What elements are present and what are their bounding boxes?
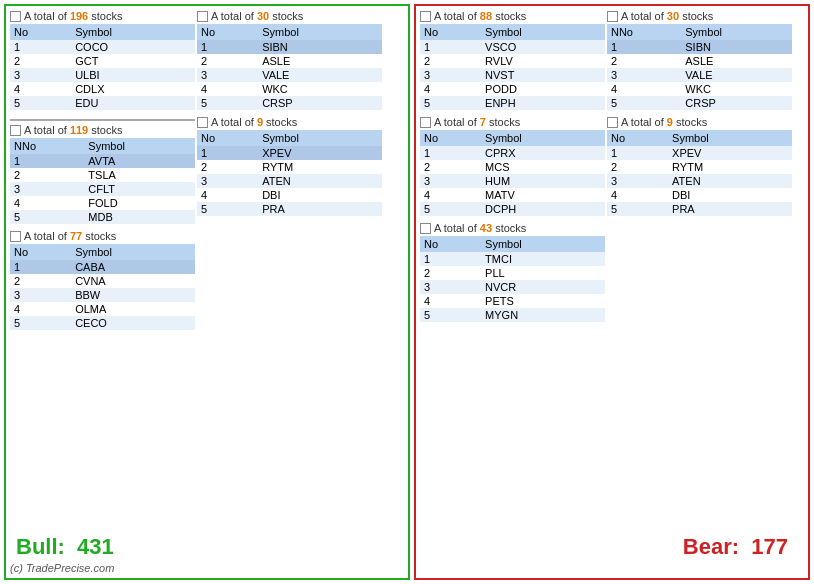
table-row: 3NVST xyxy=(420,68,605,82)
bull-count-1: 196 xyxy=(70,10,88,22)
checkbox-bull-3[interactable] xyxy=(10,125,21,136)
table-row: 1COCO xyxy=(10,40,195,54)
footer: (c) TradePrecise.com xyxy=(10,562,114,574)
table-row: 5DCPH xyxy=(420,202,605,216)
bull-header-4: A total of 9 stocks xyxy=(197,116,382,128)
bull-count-5: 77 xyxy=(70,230,82,242)
bull-tables: A total of 196 stocks No Symbol 1COCO 2G… xyxy=(10,10,404,334)
table-row: 3VALE xyxy=(197,68,382,82)
table-row: 3ATEN xyxy=(607,174,792,188)
checkbox-bear-1[interactable] xyxy=(420,11,431,22)
bull-table-5: A total of 77 stocks No Symbol 1CABA 2CV… xyxy=(10,230,195,330)
bull-header-1: A total of 196 stocks xyxy=(10,10,195,22)
table-row: 2ASLE xyxy=(607,54,792,68)
bear-table-1: A total of 88 stocks No Symbol 1VSCO 2RV… xyxy=(420,10,605,110)
table-row: 4PETS xyxy=(420,294,605,308)
bull-stock-table-1: No Symbol 1COCO 2GCT 3ULBI 4CDLX 5EDU xyxy=(10,24,195,110)
table-row: 5MYGN xyxy=(420,308,605,322)
bear-header-1: A total of 88 stocks xyxy=(420,10,605,22)
col-symbol: Symbol xyxy=(258,130,382,146)
table-row: 3ATEN xyxy=(197,174,382,188)
bull-label: Bull: 431 xyxy=(16,534,114,560)
bull-table-4: A total of 9 stocks No Symbol 1XPEV 2RYT… xyxy=(197,116,382,224)
bear-table-5: A total of 43 stocks No Symbol 1TMCI 2PL… xyxy=(420,222,605,322)
bear-table-4: A total of 9 stocks No Symbol 1XPEV 2RYT… xyxy=(607,116,792,216)
table-row: 5PRA xyxy=(197,202,382,216)
bear-stock-table-2: NNo Symbol 1SIBN 2ASLE 3VALE 4WKC 5CRSP xyxy=(607,24,792,110)
col-no: No xyxy=(197,130,258,146)
bull-header-5: A total of 77 stocks xyxy=(10,230,195,242)
bear-header-4: A total of 9 stocks xyxy=(607,116,792,128)
table-row: 4DBI xyxy=(607,188,792,202)
table-row: 5PRA xyxy=(607,202,792,216)
col-symbol: Symbol xyxy=(84,138,195,154)
bear-count-1: 88 xyxy=(480,10,492,22)
table-row: 4OLMA xyxy=(10,302,195,316)
table-row: 1XPEV xyxy=(607,146,792,160)
bull-stock-table-4: No Symbol 1XPEV 2RYTM 3ATEN 4DBI 5PRA xyxy=(197,130,382,216)
bull-count-2: 30 xyxy=(257,10,269,22)
col-no: No xyxy=(607,130,668,146)
table-row: 4FOLD xyxy=(10,196,195,210)
checkbox-bull-5[interactable] xyxy=(10,231,21,242)
col-no: No xyxy=(10,244,71,260)
col-symbol: Symbol xyxy=(71,24,195,40)
table-row: 2MCS xyxy=(420,160,605,174)
table-row: 1VSCO xyxy=(420,40,605,54)
bull-stock-table-5: No Symbol 1CABA 2CVNA 3BBW 4OLMA 5CECO xyxy=(10,244,195,330)
table-row: 5EDU xyxy=(10,96,195,110)
checkbox-bull-1[interactable] xyxy=(10,11,21,22)
bull-count-4: 9 xyxy=(257,116,263,128)
col-no: No xyxy=(420,236,481,252)
table-row: 3CFLT xyxy=(10,182,195,196)
table-row: 1XPEV xyxy=(197,146,382,160)
bear-tables: A total of 88 stocks No Symbol 1VSCO 2RV… xyxy=(420,10,804,326)
table-row: 2ASLE xyxy=(197,54,382,68)
bear-header-3: A total of 7 stocks xyxy=(420,116,605,128)
bear-table-3: A total of 7 stocks No Symbol 1CPRX 2MCS… xyxy=(420,116,605,216)
bull-header-3: A total of 119 stocks xyxy=(10,124,195,136)
bear-header-2: A total of 30 stocks xyxy=(607,10,792,22)
col-no: NNo xyxy=(607,24,681,40)
table-row: 2PLL xyxy=(420,266,605,280)
table-row: 3BBW xyxy=(10,288,195,302)
table-row: 2GCT xyxy=(10,54,195,68)
col-no: No xyxy=(420,130,481,146)
bear-section: A total of 88 stocks No Symbol 1VSCO 2RV… xyxy=(414,4,810,580)
table-row: 2RYTM xyxy=(197,160,382,174)
table-row: 1CPRX xyxy=(420,146,605,160)
table-row: 2TSLA xyxy=(10,168,195,182)
table-row: 4WKC xyxy=(197,82,382,96)
checkbox-bear-3[interactable] xyxy=(420,117,431,128)
checkbox-bull-2[interactable] xyxy=(197,11,208,22)
table-row: 2RVLV xyxy=(420,54,605,68)
bull-stock-table-2: No Symbol 1SIBN 2ASLE 3VALE 4WKC 5CRSP xyxy=(197,24,382,110)
table-row: 4PODD xyxy=(420,82,605,96)
table-row: 1TMCI xyxy=(420,252,605,266)
col-symbol: Symbol xyxy=(681,24,792,40)
table-row: 1SIBN xyxy=(197,40,382,54)
table-row: 1AVTA xyxy=(10,154,195,168)
bull-table-2: A total of 30 stocks No Symbol 1SIBN 2AS… xyxy=(197,10,382,110)
table-row: 5MDB xyxy=(10,210,195,224)
main-container: A total of 196 stocks No Symbol 1COCO 2G… xyxy=(0,0,814,584)
col-no: NNo xyxy=(10,138,84,154)
col-no: No xyxy=(197,24,258,40)
col-symbol: Symbol xyxy=(258,24,382,40)
checkbox-bear-2[interactable] xyxy=(607,11,618,22)
col-symbol: Symbol xyxy=(481,130,605,146)
col-symbol: Symbol xyxy=(481,236,605,252)
table-row: 1CABA xyxy=(10,260,195,274)
checkbox-bull-4[interactable] xyxy=(197,117,208,128)
table-row: 3HUM xyxy=(420,174,605,188)
table-row: 3NVCR xyxy=(420,280,605,294)
bull-stock-table-3: NNo Symbol 1AVTA 2TSLA 3CFLT 4FOLD 5MDB xyxy=(10,138,195,224)
table-row: 3VALE xyxy=(607,68,792,82)
table-row: 4DBI xyxy=(197,188,382,202)
table-row: 5CRSP xyxy=(197,96,382,110)
checkbox-bear-5[interactable] xyxy=(420,223,431,234)
col-no: No xyxy=(420,24,481,40)
checkbox-bear-4[interactable] xyxy=(607,117,618,128)
col-no: No xyxy=(10,24,71,40)
bear-header-5: A total of 43 stocks xyxy=(420,222,605,234)
